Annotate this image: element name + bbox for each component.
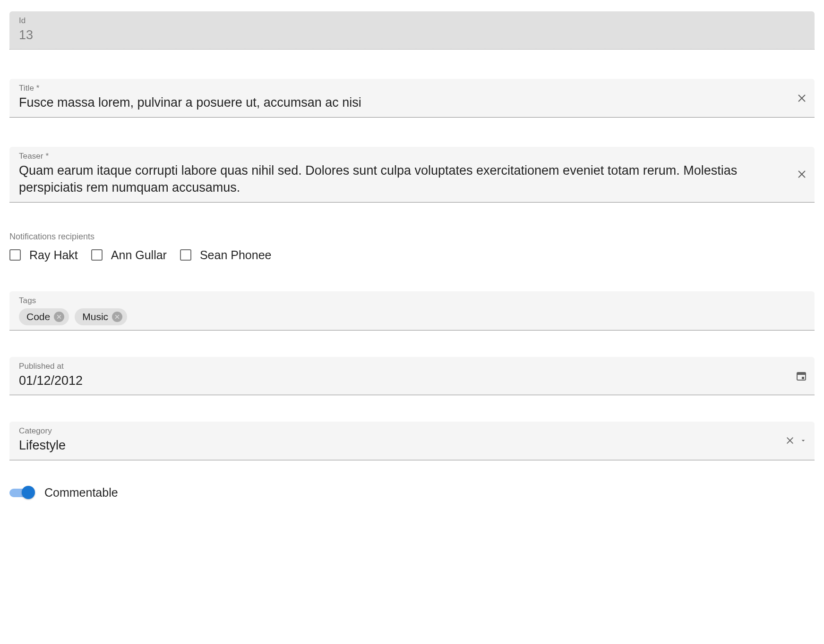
title-label: Title * [19,84,805,93]
id-field: Id 13 [9,11,815,50]
switch-thumb [22,486,35,499]
teaser-field[interactable]: Teaser * Quam earum itaque corrupti labo… [9,147,815,203]
close-icon [56,314,62,320]
published-calendar-button[interactable] [796,370,807,381]
id-label: Id [19,16,805,25]
tags-field[interactable]: Tags Code Music [9,291,815,330]
tag-chip-1[interactable]: Music [75,308,127,325]
tag-chip-remove-1[interactable] [112,312,122,322]
tags-chips: Code Music [19,306,805,325]
teaser-label: Teaser * [19,152,805,161]
recipients-group: Notifications recipients Ray Hakt Ann Gu… [9,232,815,262]
close-icon [114,314,120,320]
checkbox-icon [180,249,191,261]
commentable-row: Commentable [9,486,815,500]
tag-chip-remove-0[interactable] [54,312,64,322]
recipients-row: Ray Hakt Ann Gullar Sean Phonee [9,248,815,262]
svg-rect-9 [797,373,806,375]
tag-chip-label-1: Music [82,311,108,322]
tags-label: Tags [19,296,805,305]
svg-rect-10 [802,377,804,379]
title-clear-button[interactable] [797,93,807,103]
tag-chip-label-0: Code [26,311,50,322]
commentable-toggle[interactable] [9,488,34,497]
title-input[interactable] [19,94,777,111]
category-field[interactable]: Category Lifestyle [9,422,815,460]
checkbox-icon [91,249,103,261]
form-page: Id 13 Title * Teaser * Quam earum itaque… [0,0,824,518]
recipient-label-0: Ray Hakt [29,248,78,262]
category-select[interactable]: Lifestyle [19,437,777,454]
category-dropdown-button[interactable] [799,437,807,444]
teaser-input[interactable]: Quam earum itaque corrupti labore quas n… [19,162,777,196]
published-field[interactable]: Published at 01/12/2012 [9,357,815,395]
published-label: Published at [19,362,805,371]
category-clear-button[interactable] [785,436,795,445]
recipient-checkbox-0[interactable]: Ray Hakt [9,248,78,262]
recipient-label-2: Sean Phonee [200,248,272,262]
chevron-down-icon [799,437,807,444]
close-icon [797,169,807,179]
recipient-label-1: Ann Gullar [111,248,167,262]
tag-chip-0[interactable]: Code [19,308,69,325]
close-icon [797,93,807,103]
category-label: Category [19,426,805,436]
commentable-label: Commentable [44,486,118,500]
published-input[interactable]: 01/12/2012 [19,372,777,389]
recipient-checkbox-2[interactable]: Sean Phonee [180,248,272,262]
id-value: 13 [19,26,805,43]
teaser-clear-button[interactable] [797,169,807,179]
calendar-icon [796,370,807,381]
close-icon [785,436,795,445]
category-endicons [785,436,807,445]
checkbox-icon [9,249,21,261]
recipients-label: Notifications recipients [9,232,815,242]
recipient-checkbox-1[interactable]: Ann Gullar [91,248,167,262]
title-field[interactable]: Title * [9,79,815,117]
